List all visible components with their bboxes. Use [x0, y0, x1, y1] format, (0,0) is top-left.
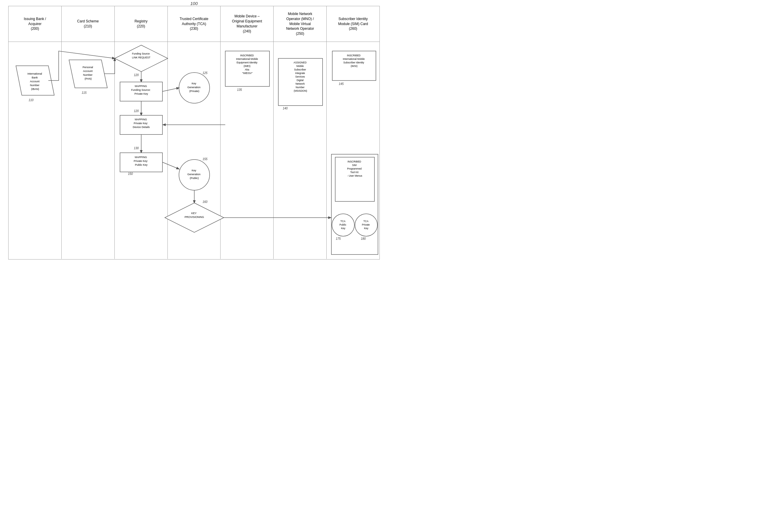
msisdn-box: ASSIGNED Mobile Subscriber Integrate Ser…	[278, 58, 323, 110]
funding-source-diamond: Funding Source LINK REQUEST	[115, 45, 168, 72]
ref-150: 150	[128, 172, 133, 175]
svg-text:INSCRIBED
          SIM
      : INSCRIBED SIM Programmed Tool Kit - User…	[347, 160, 362, 177]
col-header-4: Trusted CertificateAuthority (TCA) (230)	[168, 6, 221, 42]
ref-115: 115	[82, 91, 87, 95]
col-header-6: Mobile NetworkOperator (MNO) /Mobile Vir…	[273, 6, 327, 42]
arrow-pan-to-diamond	[105, 58, 115, 74]
diagram-container: 100 Issuing Bank /Acquirer (200) Card Sc…	[0, 6, 388, 266]
col-header-1: Issuing Bank /Acquirer (200)	[9, 6, 62, 42]
ref-160: 160	[203, 200, 208, 203]
ref-145: 145	[339, 82, 344, 85]
key-gen-public-circle: Key Generation (Public) 155	[179, 158, 210, 190]
ref-130: 130	[134, 147, 139, 150]
ref-120b: 120	[134, 110, 139, 113]
ref-120a: 120	[134, 73, 139, 77]
imsi-box: INSCRIBED International Mobile Subscribe…	[332, 51, 376, 85]
svg-text:MAPPING
          Private Key:: MAPPING Private Key: Device Details	[133, 118, 150, 129]
ref-155: 155	[203, 158, 208, 161]
diagram-svg: International Bank Account Number (IBAN)…	[9, 42, 379, 259]
iban-shape: International Bank Account Number (IBAN)…	[16, 66, 54, 102]
arrow-map1-to-keygenprivate	[163, 88, 179, 92]
ref-175: 175	[336, 237, 341, 240]
pan-shape: Personal Account Number (PAN) 115	[69, 60, 107, 95]
ref-125: 125	[203, 71, 208, 74]
key-gen-private-circle: Key Generation (Private) 125	[179, 71, 210, 103]
ref-110: 110	[29, 99, 34, 102]
col-header-3: Registry (220)	[115, 6, 168, 42]
header-row: Issuing Bank /Acquirer (200) Card Scheme…	[9, 6, 379, 42]
arrow-map3-to-keygenpub	[163, 162, 179, 169]
svg-text:MAPPING
          Private Key:: MAPPING Private Key: Public Key	[134, 156, 149, 166]
ref-180: 180	[361, 237, 366, 240]
diagram-figure: 100 Issuing Bank /Acquirer (200) Card Sc…	[8, 6, 380, 259]
sim-outer-box: 170 INSCRIBED SIM Programmed Tool Kit - …	[331, 154, 378, 254]
imei-box: INSCRIBED International Mobile Equipment…	[225, 51, 269, 92]
key-provisioning-diamond: KEY PROVISIONING 160	[165, 200, 224, 232]
col-header-2: Card Scheme (210)	[62, 6, 115, 42]
figure-number: 100	[190, 1, 198, 6]
ref-135: 135	[237, 88, 242, 92]
col-header-7: Subscriber IdentityModule (SIM) Card (26…	[327, 6, 379, 42]
col-header-5: Mobile Device –Original EquipmentManufac…	[220, 6, 273, 42]
ref-140: 140	[283, 107, 288, 110]
